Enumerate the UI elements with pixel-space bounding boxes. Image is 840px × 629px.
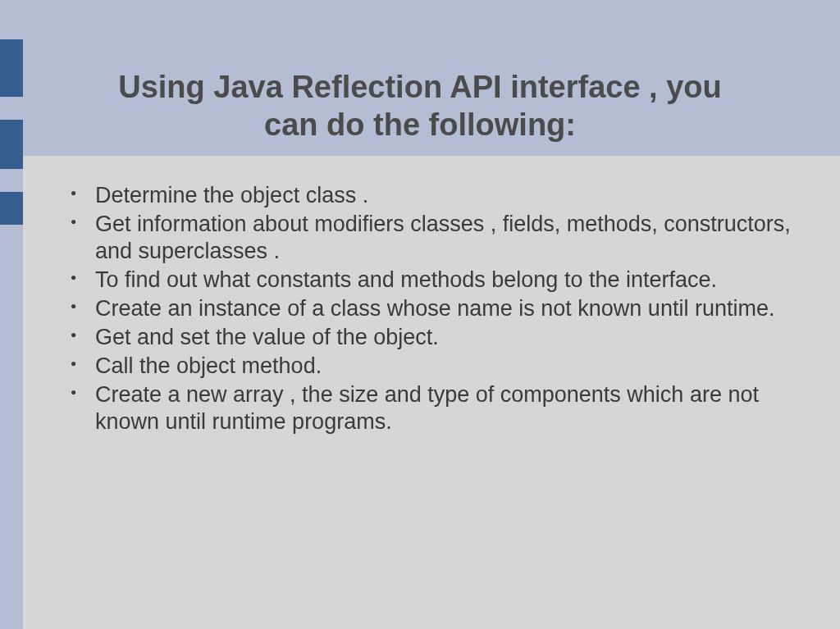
accent-bar xyxy=(0,192,23,225)
list-item: Get information about modifiers classes … xyxy=(64,211,807,265)
bullet-list: Determine the object class . Get informa… xyxy=(64,182,807,435)
accent-bar xyxy=(0,120,23,169)
list-item: Create an instance of a class whose name… xyxy=(64,295,807,322)
list-item: To find out what constants and methods b… xyxy=(64,267,807,294)
list-item: Create a new array , the size and type o… xyxy=(64,381,807,435)
accent-bar xyxy=(0,39,23,97)
list-item: Determine the object class . xyxy=(64,182,807,209)
content-area: Determine the object class . Get informa… xyxy=(23,156,840,629)
title-line-2: can do the following: xyxy=(264,107,576,142)
slide-title: Using Java Reflection API interface , yo… xyxy=(0,0,840,144)
title-line-1: Using Java Reflection API interface , yo… xyxy=(118,70,722,104)
list-item: Call the object method. xyxy=(64,353,807,380)
list-item: Get and set the value of the object. xyxy=(64,324,807,351)
side-accent-container xyxy=(0,39,23,248)
